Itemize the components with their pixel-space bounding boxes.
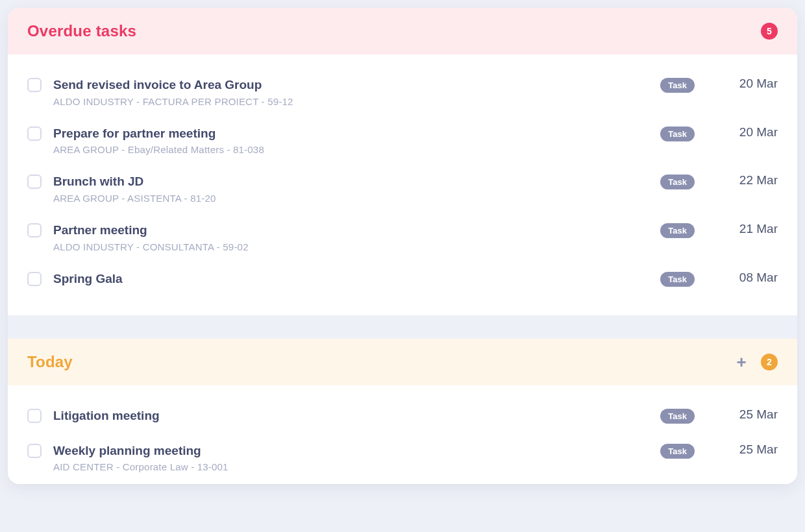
task-title: Send revised invoice to Area Group [53, 77, 649, 93]
overdue-title: Overdue tasks [27, 22, 136, 40]
task-row[interactable]: Weekly planning meeting AID CENTER - Cor… [27, 433, 778, 473]
task-date: 25 Mar [719, 407, 778, 422]
task-row[interactable]: Partner meeting ALDO INDUSTRY - CONSULTA… [27, 213, 778, 261]
task-type-tag: Task [660, 444, 695, 459]
task-checkbox[interactable] [27, 127, 42, 141]
overdue-header: Overdue tasks 5 [8, 8, 797, 54]
task-row[interactable]: Send revised invoice to Area Group ALDO … [27, 67, 778, 116]
task-row[interactable]: Spring Gala Task 08 Mar [27, 261, 778, 296]
today-task-list: Litigation meeting Task 25 Mar Weekly pl… [8, 385, 797, 484]
task-main: Prepare for partner meeting AREA GROUP -… [53, 125, 649, 156]
task-main: Brunch with JD AREA GROUP - ASISTENTA - … [53, 173, 649, 204]
task-checkbox[interactable] [27, 175, 42, 189]
task-title: Weekly planning meeting [53, 442, 649, 459]
task-subtitle: ALDO INDUSTRY - FACTURA PER PROIECT - 59… [53, 96, 649, 107]
task-type-tag: Task [660, 409, 695, 424]
task-title: Brunch with JD [53, 173, 649, 190]
task-subtitle: ALDO INDUSTRY - CONSULTANTA - 59-02 [53, 241, 649, 252]
task-title: Partner meeting [53, 222, 649, 239]
today-header: Today + 2 [8, 339, 797, 385]
task-row[interactable]: Litigation meeting Task 25 Mar [27, 398, 778, 433]
task-date: 08 Mar [719, 271, 778, 285]
task-checkbox[interactable] [27, 78, 42, 92]
task-date: 20 Mar [719, 77, 778, 91]
task-type-tag: Task [660, 175, 695, 189]
task-row[interactable]: Prepare for partner meeting AREA GROUP -… [27, 116, 778, 165]
task-main: Partner meeting ALDO INDUSTRY - CONSULTA… [53, 222, 649, 252]
task-main: Send revised invoice to Area Group ALDO … [53, 77, 649, 107]
add-task-button[interactable]: + [734, 354, 749, 370]
task-checkbox[interactable] [27, 223, 42, 237]
task-type-tag: Task [660, 127, 695, 141]
tasks-card: Overdue tasks 5 Send revised invoice to … [8, 8, 797, 484]
overdue-header-right: 5 [761, 23, 778, 40]
task-date: 20 Mar [719, 125, 778, 139]
task-main: Weekly planning meeting AID CENTER - Cor… [53, 442, 649, 473]
task-type-tag: Task [660, 272, 695, 287]
task-row[interactable]: Brunch with JD AREA GROUP - ASISTENTA - … [27, 164, 778, 213]
today-header-right: + 2 [734, 354, 778, 370]
plus-icon: + [736, 354, 746, 370]
task-date: 21 Mar [719, 222, 778, 236]
task-main: Spring Gala [53, 271, 649, 287]
task-type-tag: Task [660, 223, 695, 238]
today-title: Today [27, 353, 73, 371]
task-checkbox[interactable] [27, 409, 42, 423]
section-gap [8, 315, 797, 339]
task-main: Litigation meeting [53, 407, 649, 424]
task-date: 22 Mar [719, 173, 778, 187]
today-count-badge: 2 [761, 354, 778, 370]
task-subtitle: AREA GROUP - ASISTENTA - 81-20 [53, 193, 649, 204]
task-date: 25 Mar [719, 442, 778, 457]
task-type-tag: Task [660, 78, 695, 93]
task-subtitle: AREA GROUP - Ebay/Related Matters - 81-0… [53, 144, 649, 155]
task-checkbox[interactable] [27, 444, 42, 458]
task-title: Litigation meeting [53, 407, 649, 424]
overdue-task-list: Send revised invoice to Area Group ALDO … [8, 54, 797, 315]
task-subtitle: AID CENTER - Corporate Law - 13-001 [53, 461, 649, 472]
task-title: Spring Gala [53, 271, 649, 287]
task-title: Prepare for partner meeting [53, 125, 649, 142]
overdue-count-badge: 5 [761, 23, 778, 40]
task-checkbox[interactable] [27, 272, 42, 286]
